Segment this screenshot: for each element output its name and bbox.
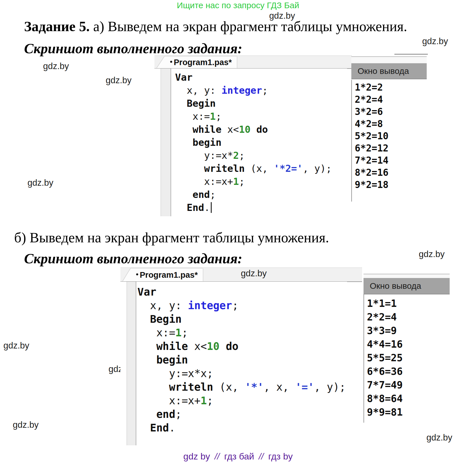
output-line: 4*4=16 bbox=[367, 337, 450, 351]
footer-separator: // bbox=[259, 451, 264, 461]
code-line: Var bbox=[137, 285, 346, 299]
task-b-title: б) Выведем на экран фрагмент таблицы умн… bbox=[14, 229, 329, 246]
output-line: 8*8=64 bbox=[367, 392, 450, 405]
code-line: End. bbox=[175, 201, 332, 214]
ide-b-output-header: Окно вывода bbox=[364, 278, 450, 294]
code-line: x:=1; bbox=[137, 326, 346, 340]
code-line: x:=x+1; bbox=[175, 175, 332, 188]
footer-text: gdz by bbox=[183, 451, 210, 461]
code-line: writeln (x, '*2=', y); bbox=[175, 162, 332, 175]
task-a-text: а) Выведем на экран фрагмент таблицы умн… bbox=[90, 18, 407, 34]
ide-b-output-titlebar bbox=[364, 274, 450, 278]
code-line: Var bbox=[175, 71, 332, 84]
document-page: Ищите нас по запросу ГДЗ Бай gdz.by gdz.… bbox=[0, 0, 476, 464]
output-line: 6*6=36 bbox=[367, 365, 450, 378]
watermark: gdz.by bbox=[13, 420, 39, 430]
ide-a-gutter bbox=[161, 69, 171, 216]
code-line: writeln (x, '*', x, '=', y); bbox=[137, 380, 346, 394]
output-line: 3*3=9 bbox=[367, 324, 450, 337]
code-line: x, y: integer; bbox=[137, 299, 346, 313]
task-b-subtitle: Скриншот выполненного задания: bbox=[24, 250, 242, 267]
promo-banner: Ищите нас по запросу ГДЗ Бай bbox=[0, 1, 476, 10]
watermark: gdz.by bbox=[419, 249, 445, 259]
output-line: 5*2=10 bbox=[355, 130, 427, 142]
output-line: 9*9=81 bbox=[367, 405, 450, 419]
code-line: begin bbox=[137, 353, 346, 367]
footer-text: гдз by bbox=[268, 451, 293, 461]
footer-text: гдз бай bbox=[224, 451, 254, 461]
ide-a-output-header: Окно вывода bbox=[351, 63, 427, 79]
watermark: gdz.by bbox=[3, 341, 29, 351]
window-edge-line bbox=[394, 54, 428, 55]
code-line: while x<10 do bbox=[137, 340, 346, 353]
modified-dot-icon: ● bbox=[136, 271, 139, 277]
code-line: end; bbox=[137, 408, 346, 421]
task-a-title: Задание 5. а) Выведем на экран фрагмент … bbox=[24, 18, 407, 35]
watermark: gdz.by bbox=[106, 75, 131, 85]
code-line: x:=x+1; bbox=[137, 394, 346, 408]
output-line: 1*1=1 bbox=[367, 297, 450, 310]
code-line: end; bbox=[175, 188, 332, 201]
code-line: while x<10 do bbox=[175, 123, 332, 136]
ide-b-output-body: 1*1=12*2=43*3=94*4=165*5=256*6=367*7=498… bbox=[364, 294, 450, 423]
ide-a-editor: Var x, y: integer; Begin x:=1; while x<1… bbox=[154, 69, 347, 216]
ide-b-code: Var x, y: integer; Begin x:=1; while x<1… bbox=[137, 282, 346, 435]
watermark: gdz.by bbox=[426, 433, 452, 443]
ide-b-tab: ● Program1.pas* bbox=[123, 268, 203, 281]
output-line: 4*2=8 bbox=[355, 118, 427, 130]
code-line: y:=x*2; bbox=[175, 149, 332, 162]
watermark: gdz.by bbox=[43, 61, 69, 71]
watermark: gdz.by bbox=[422, 36, 448, 46]
code-line: x:=1; bbox=[175, 110, 332, 123]
output-line: 9*2=18 bbox=[355, 179, 427, 191]
output-line: 7*2=14 bbox=[355, 154, 427, 166]
ide-a-code: Var x, y: integer; Begin x:=1; while x<1… bbox=[175, 69, 332, 214]
tab-label: Program1.pas* bbox=[174, 58, 232, 67]
output-line: 2*2=4 bbox=[355, 93, 427, 106]
output-line: 5*5=25 bbox=[367, 351, 450, 365]
code-line: begin bbox=[175, 136, 332, 149]
watermark: gdz.by bbox=[241, 268, 267, 279]
output-line: 2*2=4 bbox=[367, 310, 450, 324]
code-line: Begin bbox=[137, 313, 346, 326]
footer-separator: // bbox=[214, 451, 220, 461]
code-line: x, y: integer; bbox=[175, 84, 332, 97]
tab-label: Program1.pas* bbox=[140, 270, 198, 280]
output-line: 1*2=2 bbox=[355, 81, 427, 93]
output-line: 3*2=6 bbox=[355, 106, 427, 118]
task-number: Задание 5. bbox=[24, 18, 90, 34]
watermark: gdz.by bbox=[27, 178, 53, 188]
ide-a-output-titlebar bbox=[351, 56, 427, 63]
code-line: End. bbox=[137, 421, 346, 435]
output-window-title: Окно вывода bbox=[358, 66, 409, 76]
ide-a-tab: ● Program1.pas* bbox=[157, 56, 237, 68]
output-line: 7*7=49 bbox=[367, 378, 450, 392]
modified-dot-icon: ● bbox=[170, 59, 173, 65]
task-a-subtitle: Скриншот выполненного задания: bbox=[24, 40, 242, 57]
ide-a-tab-bar: ● Program1.pas* bbox=[154, 55, 352, 69]
ide-a-output-body: 1*2=22*2=43*2=64*2=85*2=106*2=127*2=148*… bbox=[351, 80, 427, 202]
ide-b-gutter bbox=[127, 282, 136, 445]
output-line: 8*2=16 bbox=[355, 166, 427, 179]
code-line: y:=x*x; bbox=[137, 367, 346, 380]
text-cursor bbox=[211, 202, 212, 213]
output-line: 6*2=12 bbox=[355, 142, 427, 154]
output-window-title: Окно вывода bbox=[370, 281, 421, 291]
site-footer: gdz by//гдз бай//гдз by bbox=[0, 451, 476, 462]
ide-b-editor: Var x, y: integer; Begin x:=1; while x<1… bbox=[120, 282, 347, 445]
code-line: Begin bbox=[175, 97, 332, 110]
